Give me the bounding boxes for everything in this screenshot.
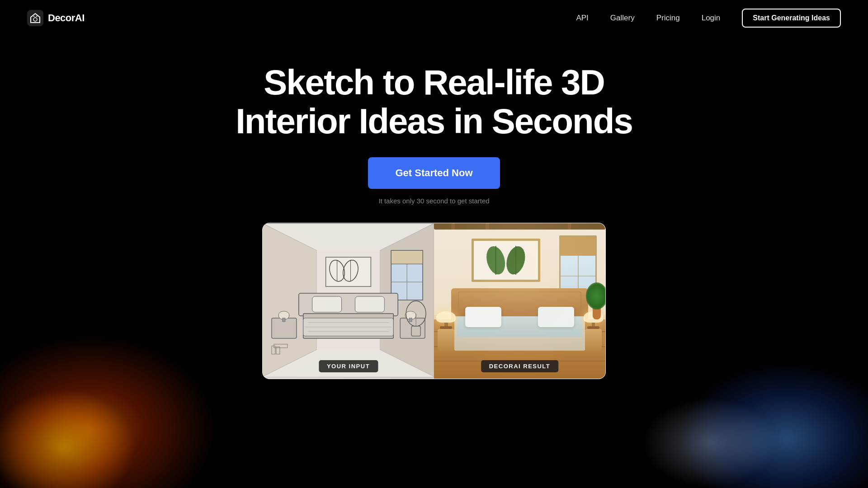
hero-title-line1: Sketch to Real-life 3D [264, 62, 604, 102]
sketch-svg [263, 223, 434, 377]
svg-rect-41 [474, 242, 538, 278]
demo-left-label: YOUR INPUT [319, 360, 378, 372]
logo-text: DecorAI [48, 12, 85, 24]
hero-cta-button[interactable]: Get Started Now [368, 157, 500, 189]
svg-rect-24 [355, 296, 384, 312]
nav-link-pricing[interactable]: Pricing [656, 14, 680, 23]
logo-icon [27, 10, 43, 26]
nav-link-api[interactable]: API [576, 14, 588, 23]
hero-title: Sketch to Real-life 3D Interior Ideas in… [0, 63, 868, 141]
svg-rect-31 [283, 318, 285, 321]
hero-subtitle: It takes only 30 second to get started [0, 197, 868, 205]
svg-rect-32 [400, 318, 425, 338]
navbar: DecorAI API Gallery Pricing Login Start … [0, 0, 868, 36]
hero-title-line2: Interior Ideas in Seconds [236, 101, 632, 141]
logo[interactable]: DecorAI [27, 10, 85, 26]
demo-image-right: DECORAI RESULT [434, 223, 605, 379]
bg-glow-right2 [642, 398, 778, 488]
demo-container: YOUR INPUT [262, 223, 606, 379]
bg-glow-right [678, 361, 868, 488]
svg-rect-34 [409, 318, 412, 321]
real-room-illustration [434, 223, 605, 379]
nav-links: API Gallery Pricing Login Start Generati… [576, 9, 841, 28]
demo-right-label: DECORAI RESULT [481, 360, 559, 372]
hero-section: Sketch to Real-life 3D Interior Ideas in… [0, 36, 868, 379]
nav-link-login[interactable]: Login [702, 14, 721, 23]
nav-cta-button[interactable]: Start Generating Ideas [742, 9, 841, 28]
nav-link-gallery[interactable]: Gallery [610, 14, 635, 23]
svg-rect-23 [312, 296, 342, 312]
demo-image-left: YOUR INPUT [263, 223, 434, 379]
svg-rect-13 [391, 250, 423, 264]
bg-glow-left-inner [0, 389, 136, 488]
sketch-illustration [263, 223, 434, 379]
svg-rect-0 [27, 10, 43, 26]
